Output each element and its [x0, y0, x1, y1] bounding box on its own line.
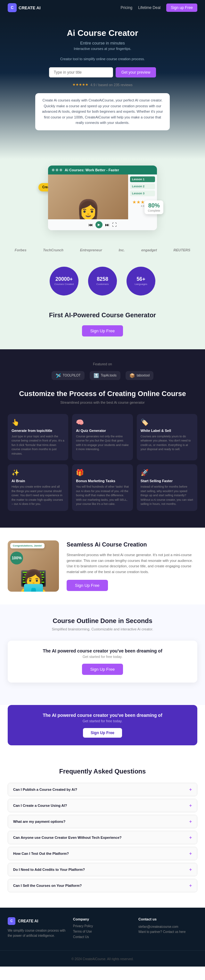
footer-link-contact[interactable]: Contact Us	[73, 935, 132, 939]
fullscreen-icon[interactable]: ⛶	[112, 222, 117, 228]
outline-section: Course Outline Done in Seconds Simplifie…	[0, 605, 205, 705]
feature-desc-3: Helps you create entire outline and all …	[11, 485, 64, 506]
feature-desc-5: Instead of working for months before sta…	[141, 485, 194, 506]
taboxtool-icon: 📦	[129, 373, 135, 378]
hero-input-row: Get your preview	[8, 67, 197, 78]
featured-on-label: Featured on	[8, 362, 197, 366]
congrats-badge: Congratulations, Jamie!	[10, 543, 44, 549]
navbar: C CREATE AI Pricing Lifetime Deal Sign u…	[0, 0, 205, 15]
feature-title-3: Ai Brain	[11, 479, 64, 483]
faq-question-4[interactable]: How Can I Test Out the Platform? +	[8, 847, 197, 860]
get-preview-button[interactable]: Get your preview	[116, 67, 156, 78]
stat-customers: 8258 Customers	[88, 267, 117, 296]
faq-question-6[interactable]: Can I Sell the Courses on Your Platform?…	[8, 879, 197, 892]
rating-badge: 80% Complete	[145, 200, 164, 214]
stat-customers-label: Customers	[96, 283, 109, 286]
footer-link-terms[interactable]: Terms of Use	[73, 930, 132, 933]
outline-sub: Simplified brainstorming. Customizable a…	[8, 627, 197, 631]
dark-section: Featured on 🛩️ TOOLPILOT 🔝 TopAi.tools 📦…	[0, 349, 205, 528]
faq-question-3[interactable]: Can Anyone use Course Creator Even Witho…	[8, 831, 197, 844]
brand-reuters: REUTERS	[173, 248, 191, 252]
feature-card-3: ✨ Ai Brain Helps you create entire outli…	[8, 464, 68, 511]
features-grid-top: 👆 Generate from topic/title Just type in…	[8, 414, 197, 461]
faq-question-1[interactable]: Can I Create a Course Using AI? +	[8, 799, 197, 812]
customize-sub: Streamlined process with the best Ai cou…	[8, 401, 197, 404]
feature-title-0: Generate from topic/title	[11, 429, 64, 433]
video-section: Create A Course 👆 Ai Courses: Work Bette…	[0, 159, 205, 243]
seamless-signup-button[interactable]: Sign Up Free	[67, 580, 108, 591]
faq-question-text-0: Can I Publish a Course Created by Ai?	[13, 788, 77, 791]
nav-links: Pricing Lifetime Deal Sign up Free	[121, 3, 197, 12]
faq-toggle-1: +	[189, 803, 192, 808]
first-ai-signup-button[interactable]: Sign Up Free	[82, 325, 123, 336]
brand-tc: TechCrunch	[43, 248, 64, 252]
footer-bottom-text: © 2024 CreateAiCourse. All rights reserv…	[72, 957, 133, 961]
footer-brand-col: C CREATE AI We simplify course creation …	[8, 917, 67, 940]
faq-question-text-3: Can Anyone use Course Creator Even Witho…	[13, 835, 122, 840]
tool-toolpilot: 🛩️ TOOLPILOT	[52, 371, 84, 380]
rewind-icon[interactable]: ⏮	[88, 222, 93, 228]
faq-item-2: What are my payment options? +	[8, 815, 197, 828]
topai-label: TopAi.tools	[101, 374, 117, 377]
feature-card-4: 🎁 Bonus Marketing Tasks You will find hu…	[72, 464, 133, 511]
footer-logo-text: CREATE AI	[18, 919, 38, 923]
feature-title-5: Start Selling Faster	[141, 479, 194, 483]
stat-languages-label: Languages	[135, 283, 147, 286]
footer-link-privacy[interactable]: Privacy Policy	[73, 924, 132, 928]
nav-cta-button[interactable]: Sign up Free	[166, 3, 197, 12]
seamless-image: Congratulations, Jamie! 100%	[8, 541, 59, 592]
faq-question-text-5: Do I Need to Add Credits to Your Platfor…	[13, 868, 85, 872]
tool-taboxtool: 📦 taboxtool	[126, 371, 154, 380]
rating-text: 4.9 / based on 235 reviews	[90, 83, 132, 87]
play-button[interactable]: ▶	[95, 221, 103, 228]
video-main	[48, 175, 128, 219]
star-icons: ★★★★★	[72, 83, 88, 87]
faq-toggle-6: +	[189, 883, 192, 888]
feature-desc-0: Just type in your topic and watch the co…	[11, 434, 64, 456]
lesson-item-1[interactable]: Lesson 1	[130, 177, 155, 182]
footer-inner: C CREATE AI We simplify course creation …	[8, 917, 197, 940]
stat-languages-num: 56+	[137, 276, 145, 282]
cta-banner-button[interactable]: Sign Up Free	[83, 728, 122, 738]
feature-icon-1: 🧠	[76, 418, 129, 426]
video-header: Ai Courses: Work Better - Faster	[48, 165, 157, 175]
tool-topai: 🔝 TopAi.tools	[90, 371, 121, 380]
first-ai-section: First AI-Powered Course Generator Sign U…	[0, 308, 205, 349]
topai-icon: 🔝	[94, 373, 99, 378]
feature-card-0: 👆 Generate from topic/title Just type in…	[8, 414, 68, 461]
faq-question-text-1: Can I Create a Course Using AI?	[13, 803, 67, 807]
course-title-input[interactable]	[49, 67, 113, 78]
feature-desc-4: You will find hundreds of other 'tasks' …	[76, 485, 129, 506]
stat-courses-num: 20000+	[56, 276, 73, 282]
faq-question-5[interactable]: Do I Need to Add Credits to Your Platfor…	[8, 863, 197, 876]
hero-description: Create Ai courses easily with CreateAiCo…	[35, 93, 170, 130]
brand-inc: Inc.	[119, 248, 125, 252]
hero-sub3: Creator tool to simplify online course c…	[8, 57, 197, 61]
lesson-item-2[interactable]: Lesson 2	[130, 183, 155, 189]
nav-link-pricing[interactable]: Pricing	[121, 5, 133, 10]
stat-courses-label: Courses Created	[54, 283, 74, 286]
faq-question-text-2: What are my payment options?	[13, 819, 65, 823]
footer-logo: C CREATE AI	[8, 917, 67, 925]
footer-contact-title: Contact us	[138, 917, 197, 921]
outline-card-sub: Get started for free today.	[15, 655, 190, 659]
faq-toggle-3: +	[189, 835, 192, 840]
faq-item-6: Can I Sell the Courses on Your Platform?…	[8, 879, 197, 892]
faq-question-2[interactable]: What are my payment options? +	[8, 815, 197, 828]
outline-title: Course Outline Done in Seconds	[8, 617, 197, 625]
nav-link-lifetime[interactable]: Lifetime Deal	[138, 5, 161, 10]
faq-question-0[interactable]: Can I Publish a Course Created by Ai? +	[8, 783, 197, 796]
feature-desc-2: Courses are completely yours to do whate…	[141, 434, 194, 452]
faq-section: Frequently Asked Questions Can I Publish…	[0, 755, 205, 908]
lesson-item-3[interactable]: Lesson 3	[130, 191, 155, 196]
stats-section: 20000+ Courses Created 8258 Customers 56…	[0, 257, 205, 308]
video-card: Ai Courses: Work Better - Faster Lesson …	[48, 165, 157, 230]
badge-label: Complete	[148, 209, 160, 212]
feature-icon-2: 🏷️	[141, 418, 194, 426]
video-body: Lesson 1 Lesson 2 Lesson 3 ★★★★★ 4.9	[48, 175, 157, 219]
forward-icon[interactable]: ⏭	[105, 222, 110, 228]
percent-badge: 100%	[10, 552, 23, 565]
outline-signup-button[interactable]: Sign Up Free	[82, 664, 123, 675]
faq-item-4: How Can I Test Out the Platform? +	[8, 847, 197, 860]
footer-contact-col: Contact us stefan@createaicourse.com Wan…	[138, 917, 197, 940]
